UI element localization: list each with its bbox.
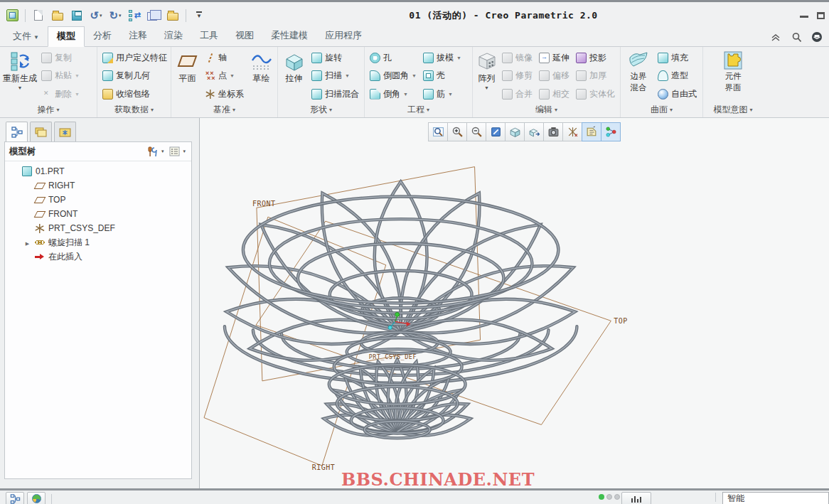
tree-item[interactable]: PRT_CSYS_DEF <box>5 221 191 235</box>
solidify-button[interactable]: 实体化 <box>574 86 616 102</box>
mirror-button[interactable]: 镜像 <box>501 50 534 65</box>
open-file-button[interactable] <box>50 8 65 23</box>
tree-tools-button[interactable]: ▾ <box>146 146 166 158</box>
ribbon-tab[interactable]: 应用程序 <box>316 26 370 46</box>
group-label-surfaces[interactable]: 曲面 <box>621 102 702 117</box>
sketch-button[interactable]: 草绘 <box>247 49 275 102</box>
group-label-engineering[interactable]: 工程 <box>365 102 472 117</box>
datum-csys-button[interactable]: 坐标系 <box>203 86 245 102</box>
copy-button[interactable]: 复制 <box>40 50 81 65</box>
minimize-button[interactable] <box>800 12 808 18</box>
annotation-display-button[interactable] <box>582 122 601 141</box>
freestyle-button[interactable]: 自由式 <box>656 86 698 102</box>
new-file-button[interactable] <box>31 8 46 23</box>
spin-center-button[interactable] <box>601 122 621 141</box>
favorites-tab[interactable] <box>54 122 76 141</box>
shell-button[interactable]: 壳 <box>422 68 463 84</box>
fill-button[interactable]: 填充 <box>656 50 698 65</box>
group-label-get-data[interactable]: 获取数据 <box>97 102 171 117</box>
tree-item-label: 螺旋扫描 1 <box>48 237 90 249</box>
draft-button[interactable]: 拔模▼ <box>422 50 463 65</box>
shrinkwrap-button[interactable]: 收缩包络 <box>101 86 169 102</box>
zoom-in-button[interactable] <box>447 122 467 141</box>
sweep-button[interactable]: 扫描▼ <box>310 68 360 84</box>
close-window-button[interactable] <box>165 8 181 23</box>
toggle-browser-button[interactable] <box>27 492 46 504</box>
refit-button[interactable] <box>428 122 448 141</box>
maximize-button[interactable] <box>817 12 825 19</box>
expand-caret[interactable] <box>23 237 31 247</box>
view-manager-button[interactable] <box>543 122 563 141</box>
graphics-viewport[interactable]: FRONTTOPRIGHTPRT_CSYS_DEF BBS.CHINADE.NE… <box>199 118 829 488</box>
model-tree-tab[interactable] <box>6 122 28 141</box>
redo-button[interactable]: ↻▾ <box>107 8 123 23</box>
project-button[interactable]: 投影 <box>574 50 616 65</box>
search-button[interactable] <box>790 31 803 43</box>
tree-item[interactable]: RIGHT <box>5 178 191 193</box>
paste-button[interactable]: 粘贴▼ <box>40 68 81 84</box>
trim-button[interactable]: 修剪 <box>501 68 534 84</box>
selection-filter-combobox[interactable]: 智能 <box>722 492 829 504</box>
group-label-model-intent[interactable]: 模型意图 <box>703 102 763 117</box>
ribbon-tab[interactable]: 视图 <box>227 26 262 46</box>
merge-button[interactable]: 合并 <box>501 86 534 102</box>
copy-geometry-button[interactable]: 复制几何 <box>101 68 169 84</box>
display-style-button[interactable] <box>505 122 525 141</box>
hole-button[interactable]: 孔 <box>368 50 418 65</box>
minimize-ribbon-button[interactable] <box>769 31 782 43</box>
datum-display-button[interactable] <box>562 122 582 141</box>
boundary-blend-button[interactable]: 边界 混合 <box>623 49 654 102</box>
zoom-out-button[interactable] <box>466 122 486 141</box>
ribbon-tab[interactable]: 注释 <box>120 26 156 46</box>
ribbon-tab[interactable]: 工具 <box>191 26 227 46</box>
regenerate-button[interactable]: 重新生成 ▼ <box>2 49 38 102</box>
undo-button[interactable]: ↺▾ <box>88 8 104 23</box>
save-button[interactable] <box>69 8 85 23</box>
datum-plane-button[interactable]: 平面 <box>173 49 201 102</box>
tree-item[interactable]: TOP <box>5 193 191 207</box>
windows-button[interactable]: ▾ <box>146 8 161 23</box>
round-button[interactable]: 倒圆角▼ <box>368 68 418 84</box>
points-icon <box>205 70 215 81</box>
customize-toolbar-button[interactable]: ▼ <box>191 8 207 23</box>
tree-item[interactable]: 01.PRT <box>5 164 191 178</box>
app-menu-button[interactable] <box>4 8 20 23</box>
repaint-button[interactable] <box>486 122 506 141</box>
group-label-shapes[interactable]: 形状 <box>278 102 364 117</box>
pattern-button[interactable]: 阵列 ▼ <box>475 49 498 102</box>
extrude-button[interactable]: 拉伸 <box>280 49 308 102</box>
tree-item[interactable]: 螺旋扫描 1 <box>5 235 191 250</box>
feature-status-button[interactable] <box>621 492 651 504</box>
saved-orientations-button[interactable] <box>524 122 544 141</box>
group-label-operations[interactable]: 操作 <box>0 102 97 117</box>
helical-sweep-model[interactable] <box>225 181 577 438</box>
intersect-button[interactable]: 相交 <box>537 86 571 102</box>
group-label-datum[interactable]: 基准 <box>171 102 277 117</box>
toggle-navigator-button[interactable] <box>6 492 24 504</box>
ribbon-tab[interactable]: 分析 <box>85 26 120 46</box>
thicken-button[interactable]: 加厚 <box>574 68 616 84</box>
revolve-button[interactable]: 旋转 <box>310 50 360 65</box>
component-interface-button[interactable]: 元件 界面 <box>717 49 749 102</box>
regenerate-quick-button[interactable]: ⇄ <box>127 8 142 23</box>
udf-button[interactable]: 用户定义特征 <box>101 50 169 65</box>
ribbon-tab[interactable]: 模型 <box>48 26 85 47</box>
extend-button[interactable]: 延伸 <box>537 50 571 65</box>
tab-file[interactable]: 文件▼ <box>4 27 48 46</box>
folder-browser-tab[interactable] <box>30 122 52 141</box>
chamfer-button[interactable]: 倒角▼ <box>368 86 418 102</box>
delete-button[interactable]: 删除▼ <box>40 86 81 102</box>
offset-button[interactable]: 偏移 <box>537 68 571 84</box>
datum-point-button[interactable]: 点▼ <box>203 68 245 84</box>
resource-center-button[interactable] <box>811 31 823 43</box>
tree-settings-button[interactable]: ▾ <box>168 146 187 157</box>
group-label-editing[interactable]: 编辑 <box>473 102 620 117</box>
ribbon-tab[interactable]: 柔性建模 <box>262 26 316 46</box>
style-button[interactable]: 造型 <box>656 68 698 84</box>
tree-item[interactable]: FRONT <box>5 207 191 221</box>
rib-button[interactable]: 筋▼ <box>422 86 463 102</box>
ribbon-tab[interactable]: 渲染 <box>156 26 191 46</box>
swept-blend-button[interactable]: 扫描混合 <box>310 86 360 102</box>
tree-item[interactable]: 在此插入 <box>5 250 191 264</box>
datum-axis-button[interactable]: 轴 <box>203 50 245 65</box>
